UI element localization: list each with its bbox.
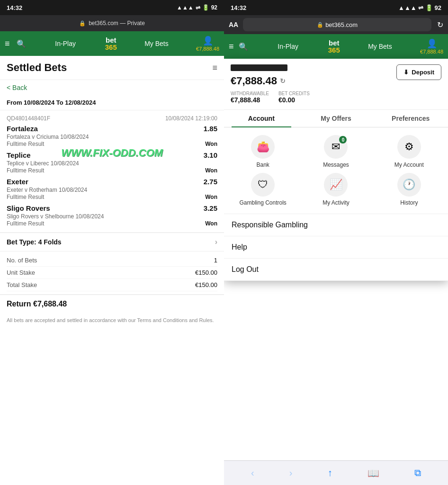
responsible-gambling-link[interactable]: Responsible Gambling — [224, 214, 448, 236]
date-range-left: From 10/08/2024 To 12/08/2024 — [0, 95, 224, 110]
bank-item[interactable]: 👛 Bank — [229, 135, 297, 168]
mybets-link-left[interactable]: My Bets — [122, 40, 191, 47]
result-3: Won — [205, 194, 217, 200]
menu-icon-right[interactable]: ≡ — [229, 42, 234, 52]
history-icon: 🕐 — [403, 179, 415, 191]
status-bar-right: 14:32 ▲▲▲ ⇌ 🔋 92 — [224, 0, 448, 15]
url-pill-right[interactable]: 🔒 bet365.com — [243, 18, 431, 31]
account-icon-left: 👤 — [203, 36, 213, 46]
account-info: €7,888.48 ↻ Withdrawable €7,888.48 Bet C… — [231, 64, 310, 104]
forward-button-browser[interactable]: › — [289, 467, 293, 478]
my-activity-icon-circle: 📈 — [324, 173, 348, 197]
history-item[interactable]: 🕐 History — [375, 173, 443, 206]
match-4: Sligo Rovers v Shelbourne 10/08/2024 — [7, 213, 217, 220]
result-1: Won — [205, 141, 217, 147]
tab-my-offers[interactable]: My Offers — [299, 110, 374, 127]
tab-account[interactable]: Account — [224, 110, 299, 127]
bet-id-row: QD4801448401F 10/08/2024 12:19:00 — [7, 115, 217, 122]
bet-type-row[interactable]: Bet Type: 4 Folds › — [0, 233, 224, 251]
balance-right: €7,888.48 — [420, 49, 443, 54]
my-account-item[interactable]: ⚙ My Account — [375, 135, 443, 168]
account-balance: €7,888.48 ↻ — [231, 75, 310, 87]
gambling-controls-label: Gambling Controls — [239, 199, 286, 206]
aa-text[interactable]: AA — [229, 21, 238, 28]
bank-label: Bank — [256, 162, 269, 168]
account-dropdown: €7,888.48 ↻ Withdrawable €7,888.48 Bet C… — [224, 59, 448, 281]
market-4: Fulltime Result — [7, 220, 44, 227]
refresh-icon-right[interactable]: ↻ — [437, 20, 443, 29]
inplay-link-right[interactable]: In-Play — [253, 43, 323, 50]
page-title-left: Settled Bets — [7, 62, 67, 74]
messages-icon: ✉ — [332, 141, 340, 153]
search-icon-right[interactable]: 🔍 — [239, 42, 248, 51]
inplay-link-left[interactable]: In-Play — [31, 40, 100, 47]
result-4: Won — [205, 220, 217, 227]
share-button-browser[interactable]: ↑ — [328, 467, 332, 478]
tabs-button-browser[interactable]: ⧉ — [414, 467, 421, 478]
back-button-browser[interactable]: ‹ — [251, 467, 254, 478]
status-bar-left: 14:32 ▲▲▲ ⇌ 🔋 92 — [0, 0, 224, 15]
back-link-left[interactable]: < Back — [0, 80, 224, 95]
options-icon-left[interactable]: ≡ — [212, 63, 217, 73]
right-panel: 14:32 ▲▲▲ ⇌ 🔋 92 AA 🔒 bet365.com ↻ ≡ 🔍 I… — [224, 0, 448, 485]
bet365-logo-left: bet 365 — [105, 36, 117, 51]
log-out-link[interactable]: Log Out — [224, 259, 448, 281]
my-activity-label: My Activity — [323, 199, 349, 206]
selection-1: Fortaleza 1.85 — [7, 125, 217, 133]
redacted-username — [231, 64, 287, 71]
account-icon-right: 👤 — [427, 38, 437, 49]
status-icons-right: ▲▲▲ ⇌ 🔋 92 — [398, 4, 441, 11]
bet-datetime: 10/08/2024 12:19:00 — [165, 115, 217, 122]
selection-2: Teplice 3.10 — [7, 151, 217, 159]
mybets-link-right[interactable]: My Bets — [345, 43, 415, 50]
gambling-controls-item[interactable]: 🛡 Gambling Controls — [229, 173, 297, 206]
my-activity-icon: 📈 — [330, 179, 342, 191]
bookmarks-button-browser[interactable]: 📖 — [367, 467, 379, 479]
account-icons-grid: 👛 Bank ✉ 0 Messages ⚙ My Account — [224, 127, 448, 214]
disclaimer: All bets are accepted and settled in acc… — [0, 313, 224, 328]
menu-links: Responsible Gambling Help Log Out — [224, 214, 448, 281]
account-tabs: Account My Offers Preferences — [224, 110, 448, 127]
wifi-right: ⇌ — [418, 4, 423, 11]
deposit-icon: ⬇ — [403, 69, 409, 76]
bet-id: QD4801448401F — [7, 115, 50, 122]
bank-icon: 👛 — [257, 141, 269, 153]
bet-slip-left: QD4801448401F 10/08/2024 12:19:00 Fortal… — [0, 110, 224, 233]
match-2: Teplice v Liberec 10/08/2024 — [7, 160, 217, 167]
tab-preferences[interactable]: Preferences — [373, 110, 448, 127]
menu-icon-left[interactable]: ≡ — [5, 39, 10, 49]
market-3: Fulltime Result — [7, 194, 44, 200]
url-left[interactable]: bet365.com — Private — [89, 20, 145, 27]
deposit-button[interactable]: ⬇ Deposit — [396, 64, 441, 80]
browser-bar-left: 🔒 bet365.com — Private — [0, 15, 224, 31]
account-widget-left[interactable]: 👤 €7,888.48 — [196, 36, 219, 52]
messages-item[interactable]: ✉ 0 Messages — [302, 135, 370, 168]
search-icon-left[interactable]: 🔍 — [17, 39, 26, 48]
messages-icon-circle: ✉ 0 — [324, 135, 348, 159]
my-account-label: My Account — [394, 162, 424, 168]
lock-icon-left: 🔒 — [79, 20, 86, 27]
bottom-browser-bar: ‹ › ↑ 📖 ⧉ — [224, 460, 448, 485]
my-account-icon-circle: ⚙ — [397, 135, 421, 159]
messages-badge: 0 — [339, 136, 347, 144]
battery-pct-left: 92 — [211, 4, 217, 11]
unit-stake-row: Unit Stake €150.00 — [7, 267, 217, 279]
gambling-controls-icon: 🛡 — [258, 179, 268, 191]
my-activity-item[interactable]: 📈 My Activity — [302, 173, 370, 206]
navbar-left: ≡ 🔍 In-Play bet 365 My Bets 👤 €7,888.48 — [0, 31, 224, 56]
browser-bar-right: AA 🔒 bet365.com ↻ — [224, 15, 448, 34]
bet-credits: Bet Credits €0.00 — [278, 91, 310, 104]
gambling-controls-icon-circle: 🛡 — [251, 173, 275, 197]
help-link[interactable]: Help — [224, 236, 448, 259]
num-bets-row: No. of Bets 1 — [7, 254, 217, 267]
account-widget-right[interactable]: 👤 €7,888.48 — [420, 38, 443, 54]
time-left: 14:32 — [7, 4, 22, 11]
selection-3: Exeter 2.75 — [7, 178, 217, 186]
withdrawable: Withdrawable €7,888.48 — [231, 91, 269, 104]
selection-4: Sligo Rovers 3.25 — [7, 204, 217, 212]
signal-left: ▲▲▲ — [177, 4, 194, 11]
return-row: Return €7,688.48 — [0, 294, 224, 313]
account-header: €7,888.48 ↻ Withdrawable €7,888.48 Bet C… — [224, 59, 448, 110]
battery-pct-right: 92 — [435, 4, 441, 11]
balance-refresh-icon[interactable]: ↻ — [280, 77, 286, 85]
